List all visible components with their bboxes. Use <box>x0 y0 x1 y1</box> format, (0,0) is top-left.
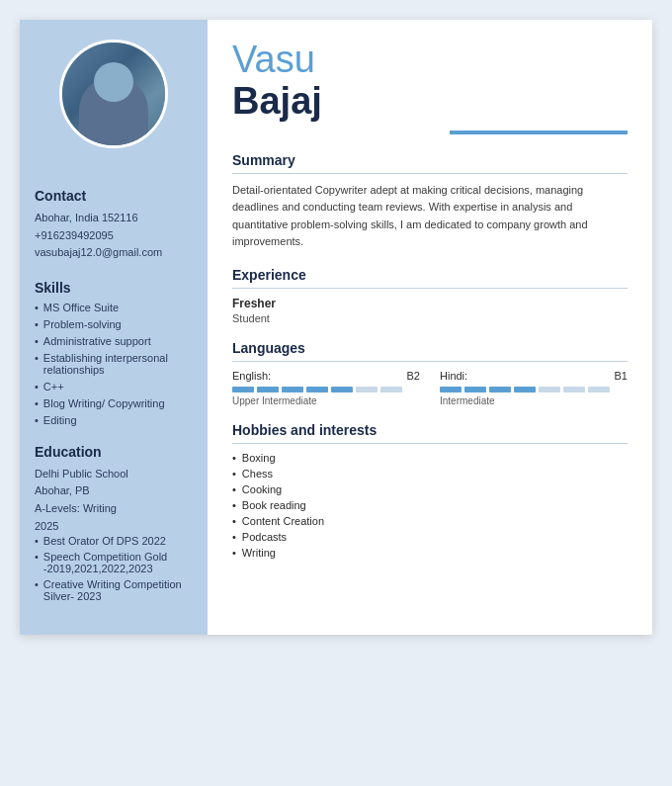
hobbies-list: BoxingChessCookingBook readingContent Cr… <box>232 452 628 559</box>
edu-achievement: Creative Writing Competition Silver- 202… <box>35 578 193 602</box>
edu-achievement: Speech Competition Gold -2019,2021,2022,… <box>35 551 193 574</box>
experience-role: Fresher <box>232 297 628 310</box>
avatar <box>59 40 168 148</box>
lang-bar <box>464 387 486 393</box>
hobby-item: Podcasts <box>232 531 628 543</box>
language-column: Hindi:B1Intermediate <box>440 370 628 406</box>
lang-bar <box>257 387 279 393</box>
experience-section: Experience Fresher Student <box>208 259 652 332</box>
skill-item: Establishing interpersonal relationships <box>35 352 193 376</box>
lang-bar <box>489 387 511 393</box>
resume-container: Contact Abohar, India 152116 +9162394920… <box>20 20 652 635</box>
lang-sublabel: Upper Intermediate <box>232 395 420 406</box>
lang-bar <box>514 387 536 393</box>
contact-section: Contact Abohar, India 152116 +9162394920… <box>35 188 193 262</box>
lang-label: English: <box>232 370 271 382</box>
languages-title: Languages <box>232 340 628 356</box>
hobby-item: Book reading <box>232 499 628 511</box>
experience-divider <box>232 288 628 289</box>
edu-level: A-Levels: Writing <box>35 500 193 518</box>
edu-achievements: Best Orator Of DPS 2022Speech Competitio… <box>35 535 193 602</box>
first-name: Vasu <box>232 40 628 81</box>
lang-label: Hindi: <box>440 370 467 382</box>
edu-location: Abohar, PB <box>35 482 193 500</box>
contact-phone: +916239492095 <box>35 227 193 245</box>
lang-bar <box>380 387 402 393</box>
skill-item: Administrative support <box>35 335 193 347</box>
language-grid: English:B2Upper IntermediateHindi:B1Inte… <box>232 370 628 406</box>
skill-item: Blog Writing/ Copywriting <box>35 397 193 409</box>
hobbies-title: Hobbies and interests <box>232 422 628 438</box>
contact-title: Contact <box>35 188 193 204</box>
main-header: Vasu Bajaj <box>208 20 652 144</box>
lang-bars <box>232 387 420 393</box>
sidebar-content: Contact Abohar, India 152116 +9162394920… <box>20 173 208 635</box>
hobbies-divider <box>232 443 628 444</box>
lang-bar <box>563 387 585 393</box>
header-blue-line <box>450 131 628 134</box>
skills-title: Skills <box>35 280 193 296</box>
skill-item: Problem-solving <box>35 318 193 330</box>
skills-section: Skills MS Office SuiteProblem-solvingAdm… <box>35 280 193 426</box>
summary-text: Detail-orientated Copywriter adept at ma… <box>232 182 628 251</box>
lang-bar <box>588 387 610 393</box>
experience-sub: Student <box>232 312 628 324</box>
lang-bar <box>440 387 462 393</box>
education-title: Education <box>35 444 193 460</box>
skill-item: C++ <box>35 381 193 393</box>
education-section: Education Delhi Public School Abohar, PB… <box>35 444 193 602</box>
language-column: English:B2Upper Intermediate <box>232 370 420 406</box>
summary-title: Summary <box>232 152 628 168</box>
last-name: Bajaj <box>232 81 628 123</box>
lang-header: English:B2 <box>232 370 420 382</box>
lang-header: Hindi:B1 <box>440 370 628 382</box>
hobby-item: Writing <box>232 547 628 559</box>
skill-item: Editing <box>35 414 193 426</box>
languages-section: Languages English:B2Upper IntermediateHi… <box>208 332 652 414</box>
edu-achievement: Best Orator Of DPS 2022 <box>35 535 193 547</box>
hobbies-section: Hobbies and interests BoxingChessCooking… <box>208 414 652 570</box>
lang-bar <box>356 387 378 393</box>
lang-level: B1 <box>615 370 628 382</box>
lang-sublabel: Intermediate <box>440 395 628 406</box>
skill-item: MS Office Suite <box>35 302 193 313</box>
experience-title: Experience <box>232 267 628 283</box>
hobby-item: Chess <box>232 468 628 480</box>
edu-school: Delhi Public School <box>35 466 193 483</box>
main-content: Vasu Bajaj Summary Detail-orientated Cop… <box>208 20 652 635</box>
hobby-item: Boxing <box>232 452 628 464</box>
summary-section: Summary Detail-orientated Copywriter ade… <box>208 144 652 259</box>
lang-bar <box>539 387 560 393</box>
contact-address: Abohar, India 152116 <box>35 210 193 227</box>
lang-bar <box>282 387 303 393</box>
hobby-item: Cooking <box>232 483 628 495</box>
sidebar-top <box>20 20 208 173</box>
lang-bar <box>306 387 328 393</box>
lang-bar <box>331 387 353 393</box>
lang-bars <box>440 387 628 393</box>
lang-bar <box>232 387 254 393</box>
hobby-item: Content Creation <box>232 515 628 527</box>
skills-list: MS Office SuiteProblem-solvingAdministra… <box>35 302 193 426</box>
edu-year: 2025 <box>35 518 193 536</box>
avatar-image <box>62 43 165 145</box>
languages-divider <box>232 361 628 362</box>
contact-email: vasubajaj12.0@gmail.com <box>35 244 193 262</box>
lang-level: B2 <box>407 370 420 382</box>
summary-divider <box>232 173 628 174</box>
sidebar: Contact Abohar, India 152116 +9162394920… <box>20 20 208 635</box>
